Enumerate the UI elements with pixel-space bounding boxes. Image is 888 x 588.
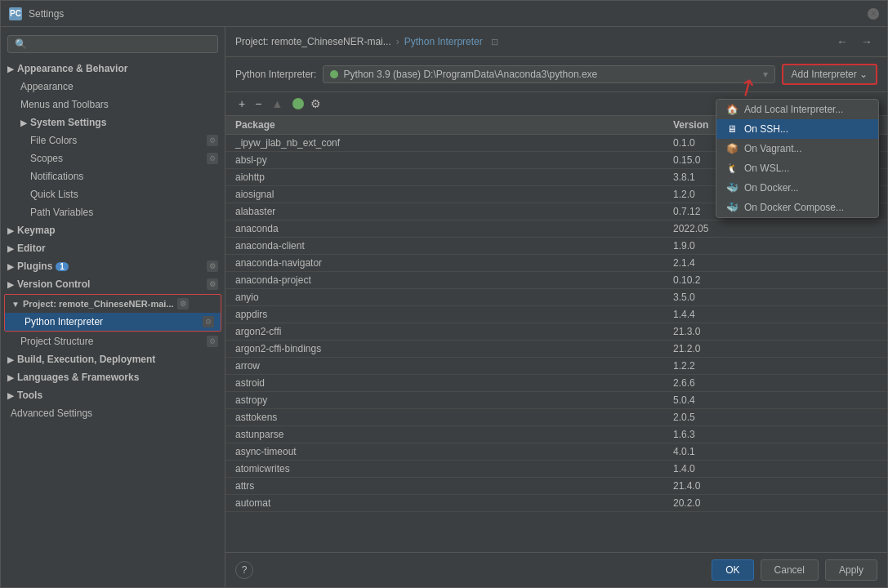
sidebar-item-build[interactable]: ▶ Build, Execution, Deployment [1, 350, 225, 368]
sidebar-item-keymap[interactable]: ▶ Keymap [1, 221, 225, 239]
package-name: automat [235, 497, 673, 510]
sidebar-item-advanced-settings[interactable]: Advanced Settings [1, 404, 225, 422]
sidebar-group-label: Build, Execution, Deployment [17, 354, 155, 365]
package-latest [771, 239, 877, 252]
sidebar-item-notifications[interactable]: Notifications [1, 167, 225, 185]
table-row[interactable]: anaconda 2022.05 [225, 220, 887, 238]
table-row[interactable]: astroid 2.6.6 [225, 375, 887, 392]
sidebar: ▶ Appearance & Behavior Appearance Menus… [1, 27, 225, 587]
settings-icon: ⚙ [177, 298, 189, 310]
dropdown-on-docker-compose[interactable]: 🐳 On Docker Compose... [716, 198, 878, 217]
sidebar-item-menus-toolbars[interactable]: Menus and Toolbars [1, 96, 225, 114]
docker-icon: 🐳 [726, 182, 738, 194]
package-name: attrs [235, 479, 673, 492]
sidebar-item-scopes[interactable]: Scopes ⚙ [1, 149, 225, 167]
close-button[interactable]: ✕ [868, 8, 879, 20]
expand-arrow-icon: ▶ [7, 226, 14, 235]
package-version: 1.2.2 [673, 359, 771, 372]
interpreter-select[interactable]: Python 3.9 (base) D:\ProgramData\Anacond… [323, 65, 774, 83]
main-content: ▶ Appearance & Behavior Appearance Menus… [1, 27, 887, 587]
sidebar-item-path-variables[interactable]: Path Variables [1, 203, 225, 221]
table-row[interactable]: anaconda-navigator 2.1.4 [225, 255, 887, 272]
package-name: async-timeout [235, 445, 673, 458]
settings-icon: ⚙ [207, 261, 218, 272]
sidebar-group-label: Keymap [17, 225, 56, 236]
table-row[interactable]: asttokens 2.0.5 [225, 409, 887, 426]
sidebar-item-tools[interactable]: ▶ Tools [1, 386, 225, 404]
help-button[interactable]: ? [235, 561, 253, 579]
package-name: arrow [235, 359, 673, 372]
table-row[interactable]: atomicwrites 1.4.0 [225, 461, 887, 478]
sidebar-group-label: Editor [17, 243, 46, 254]
table-row[interactable]: argon2-cffi 21.3.0 [225, 323, 887, 341]
vagrant-icon: 📦 [726, 143, 738, 154]
sidebar-item-system-settings[interactable]: ▶ System Settings [1, 114, 225, 131]
ok-button[interactable]: OK [712, 559, 753, 581]
breadcrumb-current: Python Interpreter [404, 36, 483, 47]
apply-button[interactable]: Apply [825, 559, 877, 581]
settings-window: PC Settings ✕ ▶ Appearance & Behavior Ap… [0, 0, 888, 588]
expand-arrow-icon: ▶ [7, 244, 14, 253]
add-package-button[interactable]: + [235, 96, 248, 112]
chevron-down-icon: ▾ [763, 69, 768, 80]
footer: ? OK Cancel Apply [225, 552, 887, 587]
add-interpreter-button[interactable]: Add Interpreter ⌄ [782, 64, 877, 85]
table-row[interactable]: anyio 3.5.0 [225, 289, 887, 306]
sidebar-item-project-structure[interactable]: Project Structure ⚙ [1, 332, 225, 350]
sidebar-item-python-interpreter[interactable]: Python Interpreter ⚙ [5, 313, 221, 331]
dropdown-on-ssh[interactable]: 🖥 On SSH... [716, 119, 878, 139]
nav-forward-button[interactable]: → [856, 33, 877, 50]
sidebar-item-file-colors[interactable]: File Colors ⚙ [1, 131, 225, 149]
sidebar-item-version-control[interactable]: ▶ Version Control ⚙ [1, 275, 225, 293]
package-name: anaconda-client [235, 239, 673, 252]
package-name: argon2-cffi [235, 325, 673, 338]
package-settings-button[interactable]: ⚙ [307, 96, 324, 112]
breadcrumb-icon: ⊡ [491, 37, 498, 47]
sidebar-item-appearance-behavior[interactable]: ▶ Appearance & Behavior [1, 60, 225, 78]
cancel-button[interactable]: Cancel [761, 559, 819, 581]
package-version: 1.4.4 [673, 308, 771, 321]
package-latest [771, 376, 877, 390]
package-latest [771, 308, 877, 321]
package-latest [771, 394, 877, 407]
sidebar-group-label: Project: remote_ChineseNER-mai... [23, 299, 174, 309]
package-latest [771, 325, 877, 338]
package-name: anaconda-navigator [235, 256, 673, 270]
search-input[interactable] [7, 35, 218, 53]
table-row[interactable]: astropy 5.0.4 [225, 392, 887, 409]
sidebar-item-plugins[interactable]: ▶ Plugins 1 ⚙ [1, 257, 225, 275]
sidebar-item-languages[interactable]: ▶ Languages & Frameworks [1, 368, 225, 386]
table-row[interactable]: argon2-cffi-bindings 21.2.0 [225, 341, 887, 358]
settings-icon: ⚙ [207, 153, 218, 164]
package-version: 2.1.4 [673, 256, 771, 270]
move-up-button[interactable]: ▲ [268, 96, 286, 112]
package-latest [771, 462, 877, 475]
table-row[interactable]: anaconda-project 0.10.2 [225, 272, 887, 289]
titlebar: PC Settings ✕ [1, 1, 887, 27]
table-row[interactable]: astunparse 1.6.3 [225, 426, 887, 443]
sidebar-group-label: Tools [17, 390, 42, 401]
dropdown-add-local[interactable]: 🏠 Add Local Interpreter... [716, 100, 878, 119]
package-latest [771, 291, 877, 304]
sidebar-item-project[interactable]: ▼ Project: remote_ChineseNER-mai... ⚙ [5, 295, 221, 313]
sidebar-item-quick-lists[interactable]: Quick Lists [1, 185, 225, 203]
table-row[interactable]: automat 20.2.0 [225, 495, 887, 512]
sidebar-item-editor[interactable]: ▶ Editor [1, 239, 225, 257]
sidebar-item-appearance[interactable]: Appearance [1, 78, 225, 96]
remove-package-button[interactable]: − [252, 96, 265, 112]
package-version: 21.3.0 [673, 325, 771, 338]
interpreter-bar: Python Interpreter: Python 3.9 (base) D:… [225, 57, 887, 92]
table-row[interactable]: attrs 21.4.0 [225, 478, 887, 495]
add-interpreter-dropdown: 🏠 Add Local Interpreter... 🖥 On SSH... 📦… [716, 99, 879, 218]
package-version: 1.9.0 [673, 239, 771, 252]
table-row[interactable]: appdirs 1.4.4 [225, 306, 887, 323]
table-row[interactable]: async-timeout 4.0.1 [225, 443, 887, 461]
nav-back-button[interactable]: ← [832, 33, 853, 50]
table-row[interactable]: anaconda-client 1.9.0 [225, 238, 887, 255]
dropdown-on-wsl[interactable]: 🐧 On WSL... [716, 158, 878, 178]
package-name: aiosignal [235, 188, 673, 201]
dropdown-on-docker[interactable]: 🐳 On Docker... [716, 178, 878, 198]
window-title: Settings [29, 8, 868, 20]
dropdown-on-vagrant[interactable]: 📦 On Vagrant... [716, 139, 878, 158]
table-row[interactable]: arrow 1.2.2 [225, 358, 887, 375]
